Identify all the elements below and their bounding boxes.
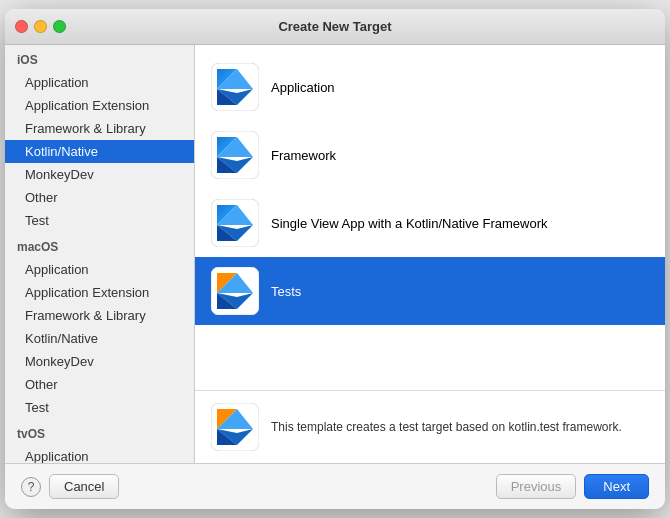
close-button[interactable] <box>15 20 28 33</box>
template-item-tests[interactable]: Tests <box>195 257 665 325</box>
description-text: This template creates a test target base… <box>271 418 622 436</box>
sidebar-item-macos-other[interactable]: Other <box>5 373 194 396</box>
cancel-button[interactable]: Cancel <box>49 474 119 499</box>
description-area: This template creates a test target base… <box>195 390 665 463</box>
title-bar: Create New Target <box>5 9 665 45</box>
main-window: Create New Target iOS Application Applic… <box>5 9 665 509</box>
footer-left: ? Cancel <box>21 474 119 499</box>
help-button[interactable]: ? <box>21 477 41 497</box>
sidebar-item-macos-application-extension[interactable]: Application Extension <box>5 281 194 304</box>
template-name-tests: Tests <box>271 284 301 299</box>
template-name-single-view: Single View App with a Kotlin/Native Fra… <box>271 216 548 231</box>
footer-right: Previous Next <box>496 474 649 499</box>
maximize-button[interactable] <box>53 20 66 33</box>
main-area: Application <box>195 45 665 463</box>
kotlin-logo-application <box>211 63 259 111</box>
template-name-application: Application <box>271 80 335 95</box>
sidebar-item-macos-test[interactable]: Test <box>5 396 194 419</box>
template-item-single-view[interactable]: Single View App with a Kotlin/Native Fra… <box>195 189 665 257</box>
template-item-application[interactable]: Application <box>195 53 665 121</box>
sidebar-item-ios-application-extension[interactable]: Application Extension <box>5 94 194 117</box>
content-area: iOS Application Application Extension Fr… <box>5 45 665 463</box>
sidebar-item-macos-kotlin-native[interactable]: Kotlin/Native <box>5 327 194 350</box>
template-name-framework: Framework <box>271 148 336 163</box>
templates-list: Application <box>195 45 665 390</box>
sidebar: iOS Application Application Extension Fr… <box>5 45 195 463</box>
sidebar-item-ios-monkeydev[interactable]: MonkeyDev <box>5 163 194 186</box>
next-button[interactable]: Next <box>584 474 649 499</box>
sidebar-item-macos-framework-library[interactable]: Framework & Library <box>5 304 194 327</box>
sidebar-item-ios-other[interactable]: Other <box>5 186 194 209</box>
minimize-button[interactable] <box>34 20 47 33</box>
sidebar-item-ios-framework-library[interactable]: Framework & Library <box>5 117 194 140</box>
kotlin-logo-tests <box>211 267 259 315</box>
template-item-framework[interactable]: Framework <box>195 121 665 189</box>
sidebar-item-ios-kotlin-native[interactable]: Kotlin/Native <box>5 140 194 163</box>
kotlin-logo-framework <box>211 131 259 179</box>
previous-button[interactable]: Previous <box>496 474 577 499</box>
sidebar-item-macos-monkeydev[interactable]: MonkeyDev <box>5 350 194 373</box>
sidebar-item-ios-application[interactable]: Application <box>5 71 194 94</box>
kotlin-logo-single-view <box>211 199 259 247</box>
sidebar-section-ios: iOS <box>5 45 194 71</box>
window-controls <box>15 20 66 33</box>
sidebar-item-ios-test[interactable]: Test <box>5 209 194 232</box>
sidebar-item-macos-application[interactable]: Application <box>5 258 194 281</box>
footer: ? Cancel Previous Next <box>5 463 665 509</box>
sidebar-item-tvos-application[interactable]: Application <box>5 445 194 463</box>
sidebar-section-tvos: tvOS <box>5 419 194 445</box>
sidebar-section-macos: macOS <box>5 232 194 258</box>
window-title: Create New Target <box>278 19 391 34</box>
kotlin-logo-description <box>211 403 259 451</box>
